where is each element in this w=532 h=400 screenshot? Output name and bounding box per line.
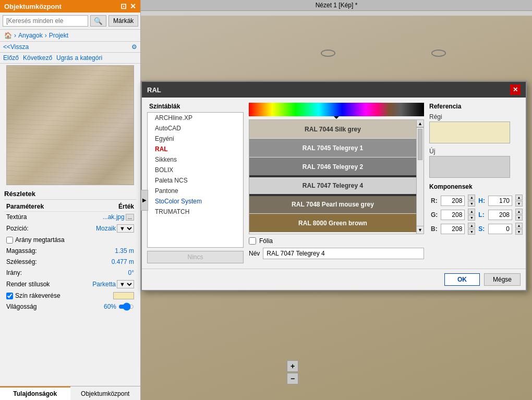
ref-new-label: Új xyxy=(429,148,521,155)
s-spin-up[interactable]: ▲ xyxy=(515,223,523,228)
spectrum-bar[interactable] xyxy=(249,103,424,116)
swatch-row-7044[interactable]: RAL 7044 Silk grey xyxy=(249,120,416,139)
h-label: H: xyxy=(477,193,487,208)
search-bar: 🔍 Márkák xyxy=(0,13,140,30)
breadcrumb-sep1: › xyxy=(14,32,16,39)
tree-item-egyeni[interactable]: Egyéni xyxy=(148,134,243,144)
breadcrumb-projekt[interactable]: Projekt xyxy=(49,32,68,39)
komponensek-label: Komponensek xyxy=(429,183,521,190)
r-input[interactable] xyxy=(441,196,465,206)
szin-checkbox[interactable] xyxy=(6,293,13,299)
back-nav[interactable]: <<Vissza xyxy=(3,43,29,51)
params-header: Paraméterek xyxy=(6,203,118,210)
breadcrumb-anyagok[interactable]: Anyagok xyxy=(18,32,43,39)
nav-bar: <<Vissza ⚙ xyxy=(0,42,140,53)
reference-panel: Referencia Régi Új Komponensek R: xyxy=(429,103,521,263)
b-spin-up[interactable]: ▲ xyxy=(468,223,475,228)
s-input[interactable] xyxy=(488,224,512,234)
color-tree[interactable]: ARCHline.XP AutoCAD Egyéni RAL Sikkens B… xyxy=(147,112,244,248)
render-dropdown[interactable]: ▼ xyxy=(117,280,134,288)
pozicio-dropdown[interactable]: ▼ xyxy=(117,224,134,233)
tree-item-stocolor[interactable]: StoColor System xyxy=(148,196,243,207)
details-title: Részletek xyxy=(4,190,136,200)
tree-item-trumatch[interactable]: TRUMATCH xyxy=(148,207,243,217)
s-label: S: xyxy=(477,222,487,236)
reference-label: Referencia xyxy=(429,103,521,110)
dialog-title: RAL xyxy=(147,86,161,94)
ok-button[interactable]: OK xyxy=(444,273,480,286)
arany-checkbox[interactable] xyxy=(6,237,13,244)
b-spin-down[interactable]: ▼ xyxy=(468,229,475,235)
next-nav[interactable]: Következő xyxy=(23,54,52,62)
tree-item-pantone[interactable]: Pantone xyxy=(148,186,243,196)
r-spin-up[interactable]: ▲ xyxy=(468,195,475,200)
vilagossag-slider[interactable] xyxy=(118,304,134,309)
tree-item-sikkens[interactable]: Sikkens xyxy=(148,154,243,165)
magassag-label: Magasság: xyxy=(6,247,115,254)
r-spin-down[interactable]: ▼ xyxy=(468,201,475,207)
search-input[interactable] xyxy=(3,15,88,27)
ref-old-swatch xyxy=(429,122,510,143)
sidebar-toggle[interactable]: ▶ xyxy=(141,190,148,211)
l-spin-down[interactable]: ▼ xyxy=(515,215,523,221)
settings-icon[interactable]: ⚙ xyxy=(131,43,137,51)
scroll-down-arrow[interactable]: ▼ xyxy=(417,226,424,234)
texture-browse[interactable]: ... xyxy=(126,214,134,221)
szin-swatch xyxy=(113,292,134,299)
rgb-table: R: ▲ ▼ H: xyxy=(429,193,524,236)
h-spin-up[interactable]: ▲ xyxy=(515,195,523,200)
panel-title-bar: Objektumközpont ⊡ ✕ xyxy=(0,0,140,13)
swatch-row-7047[interactable]: RAL 7047 Telegrey 4 xyxy=(249,176,416,195)
color-picker-area: ▲ RAL 7044 Silk grey RAL 7045 Telegrey 1… xyxy=(249,103,424,263)
l-spin-up[interactable]: ▲ xyxy=(515,209,523,214)
s-spin-down[interactable]: ▼ xyxy=(515,229,523,235)
none-button[interactable]: Nincs xyxy=(147,251,244,263)
tab-objektumkozpont[interactable]: Objektumközpont xyxy=(70,386,141,400)
name-input[interactable] xyxy=(263,248,424,259)
swatch-row-7045[interactable]: RAL 7045 Telegrey 1 xyxy=(249,139,416,157)
folia-checkbox[interactable] xyxy=(249,237,256,245)
tree-item-paleta[interactable]: Paleta NCS xyxy=(148,175,243,186)
breadcrumb: 🏠 › Anyagok › Projekt xyxy=(0,30,140,42)
tab-tulajdonsagok[interactable]: Tulajdonságok xyxy=(0,386,70,400)
markak-button[interactable]: Márkák xyxy=(108,15,138,27)
r-label: R: xyxy=(429,193,439,208)
jump-nav[interactable]: Ugrás a kategóri xyxy=(56,54,102,62)
swatch-row-8000[interactable]: RAL 8000 Green brown xyxy=(249,214,416,233)
g-spinners: ▲ ▼ xyxy=(468,209,475,221)
tree-item-ral[interactable]: RAL xyxy=(148,144,243,154)
folia-label: Fólia xyxy=(259,237,273,245)
vilagossag-label: Világosság xyxy=(6,303,104,310)
dialog-close-button[interactable]: ✕ xyxy=(510,84,521,95)
tree-item-autocad[interactable]: AutoCAD xyxy=(148,123,243,134)
swatch-row-7046[interactable]: RAL 7046 Telegrey 2 xyxy=(249,157,416,176)
irany-label: Irány: xyxy=(6,269,128,276)
l-label: L: xyxy=(477,208,487,222)
pin-icon[interactable]: ⊡ xyxy=(120,2,127,10)
search-button[interactable]: 🔍 xyxy=(90,15,106,27)
h-spin-down[interactable]: ▼ xyxy=(515,201,523,207)
h-input[interactable] xyxy=(488,196,512,206)
g-input[interactable] xyxy=(441,210,465,220)
swatches-scrollbar[interactable]: ▲ ▼ xyxy=(416,120,424,234)
ral-dialog: RAL ✕ Színtáblák ARCHline.XP AutoCAD Egy… xyxy=(141,81,527,291)
swatch-row-7048[interactable]: RAL 7048 Pearl mouse grey xyxy=(249,195,416,214)
pozicio-label: Pozíció: xyxy=(6,225,96,232)
close-panel-icon[interactable]: ✕ xyxy=(130,2,136,10)
l-input[interactable] xyxy=(488,210,512,220)
g-spin-down[interactable]: ▼ xyxy=(468,215,475,221)
tree-item-bolix[interactable]: BOLIX xyxy=(148,165,243,175)
b-label: B: xyxy=(429,222,439,236)
szelesseg-value: 0.477 m xyxy=(112,258,134,265)
g-label: G: xyxy=(429,208,439,222)
vilagossag-value: 60% xyxy=(104,303,116,310)
texture-value: ...ak.jpg xyxy=(103,213,125,221)
b-input[interactable] xyxy=(441,224,465,234)
cancel-button[interactable]: Mégse xyxy=(484,273,521,286)
prev-nav[interactable]: Előző xyxy=(3,54,19,62)
tree-item-archline[interactable]: ARCHline.XP xyxy=(148,113,243,123)
scroll-up-button[interactable]: ▲ xyxy=(416,120,424,127)
home-icon[interactable]: 🏠 xyxy=(4,32,12,39)
left-panel: Objektumközpont ⊡ ✕ 🔍 Márkák 🏠 › Anyagok… xyxy=(0,0,141,400)
g-spin-up[interactable]: ▲ xyxy=(468,209,475,214)
